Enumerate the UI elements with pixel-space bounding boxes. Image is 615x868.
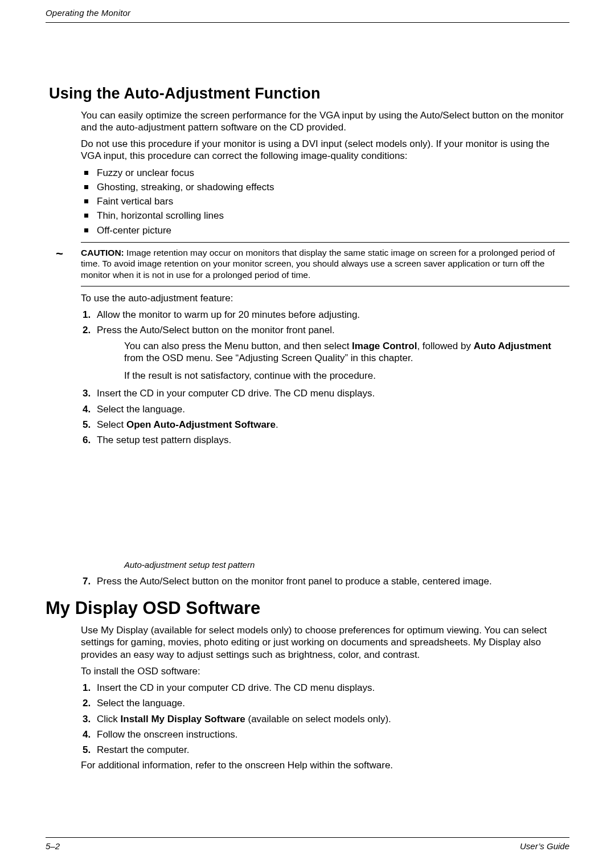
step-item: Restart the computer. <box>93 744 569 756</box>
step-text: Follow the onscreen instructions. <box>97 729 238 740</box>
step-item: The setup test pattern displays. Auto-ad… <box>93 434 569 571</box>
sub-paragraph: You can also press the Menu button, and … <box>124 340 569 365</box>
step-item: Insert the CD in your computer CD drive.… <box>93 682 569 694</box>
bold-text: Auto Adjustment <box>474 341 551 351</box>
page-footer: 5–2 User’s Guide <box>46 837 569 852</box>
sub-paragraph: If the result is not satisfactory, conti… <box>124 370 569 382</box>
text: (available on select models only). <box>245 714 391 724</box>
step-item: Insert the CD in your computer CD drive.… <box>93 387 569 399</box>
figure-caption: Auto-adjustment setup test pattern <box>124 560 569 571</box>
caution-block: ~ CAUTION: Image retention may occur on … <box>81 242 569 286</box>
text: . <box>276 419 278 430</box>
step-item: Allow the monitor to warm up for 20 minu… <box>93 309 569 321</box>
page-number: 5–2 <box>46 841 60 852</box>
paragraph: To use the auto-adjustment feature: <box>81 292 569 304</box>
step-item: Select the language. <box>93 403 569 415</box>
text: You can also press the Menu button, and … <box>124 341 352 351</box>
step-text: Press the Auto/Select button on the moni… <box>97 576 492 587</box>
section-heading-auto-adjustment: Using the Auto-Adjustment Function <box>49 84 569 104</box>
paragraph: Do not use this procedure if your monito… <box>81 138 569 162</box>
list-item: Off-center picture <box>97 224 569 236</box>
list-item: Thin, horizontal scrolling lines <box>97 210 569 222</box>
page: Operating the Monitor Using the Auto-Adj… <box>0 0 615 868</box>
caution-label: CAUTION: <box>81 248 124 257</box>
step-text: The setup test pattern displays. <box>97 435 231 445</box>
bullet-list: Fuzzy or unclear focus Ghosting, streaki… <box>97 167 569 236</box>
bold-text: Image Control <box>352 341 417 351</box>
step-text: Allow the monitor to warm up for 20 minu… <box>97 309 360 320</box>
section-body-1b: To use the auto-adjustment feature: Allo… <box>81 292 569 588</box>
bold-text: Install My Display Software <box>121 714 245 724</box>
page-content: Using the Auto-Adjustment Function You c… <box>46 23 569 772</box>
text: from the OSD menu. See “Adjusting Screen… <box>124 353 413 363</box>
text: Select <box>97 419 126 430</box>
section-body-2: Use My Display (available for select mod… <box>81 624 569 772</box>
text: Click <box>97 714 121 724</box>
step-text: Select the language. <box>97 404 185 415</box>
step-item: Press the Auto/Select button on the moni… <box>93 575 569 587</box>
step-item: Click Install My Display Software (avail… <box>93 713 569 725</box>
paragraph: You can easily optimize the screen perfo… <box>81 109 569 134</box>
step-text: Select the language. <box>97 698 185 709</box>
list-item: Ghosting, streaking, or shadowing effect… <box>97 181 569 193</box>
step-item: Select Open Auto-Adjustment Software. <box>93 419 569 431</box>
step-item: Follow the onscreen instructions. <box>93 728 569 740</box>
list-item: Fuzzy or unclear focus <box>97 167 569 179</box>
paragraph: For additional information, refer to the… <box>81 759 569 771</box>
caution-icon: ~ <box>56 246 63 262</box>
step-subtext: You can also press the Menu button, and … <box>124 340 569 382</box>
bold-text: Open Auto-Adjustment Software <box>126 419 276 430</box>
list-item: Faint vertical bars <box>97 195 569 207</box>
step-text: Restart the computer. <box>97 744 190 755</box>
section-heading-my-display: My Display OSD Software <box>46 597 569 620</box>
running-header: Operating the Monitor <box>46 0 569 23</box>
paragraph: To install the OSD software: <box>81 665 569 677</box>
paragraph: Use My Display (available for select mod… <box>81 624 569 661</box>
step-text: Insert the CD in your computer CD drive.… <box>97 682 375 693</box>
ordered-steps-2: Insert the CD in your computer CD drive.… <box>93 682 569 756</box>
step-text: Insert the CD in your computer CD drive.… <box>97 388 375 399</box>
caution-text: Image retention may occur on monitors th… <box>81 248 555 280</box>
step-text: Press the Auto/Select button on the moni… <box>97 325 335 335</box>
footer-guide-label: User’s Guide <box>520 841 569 852</box>
step-item: Press the Auto/Select button on the moni… <box>93 324 569 382</box>
text: , followed by <box>417 341 473 351</box>
step-item: Select the language. <box>93 697 569 709</box>
section-body-1: You can easily optimize the screen perfo… <box>81 109 569 236</box>
ordered-steps-1: Allow the monitor to warm up for 20 minu… <box>93 309 569 587</box>
